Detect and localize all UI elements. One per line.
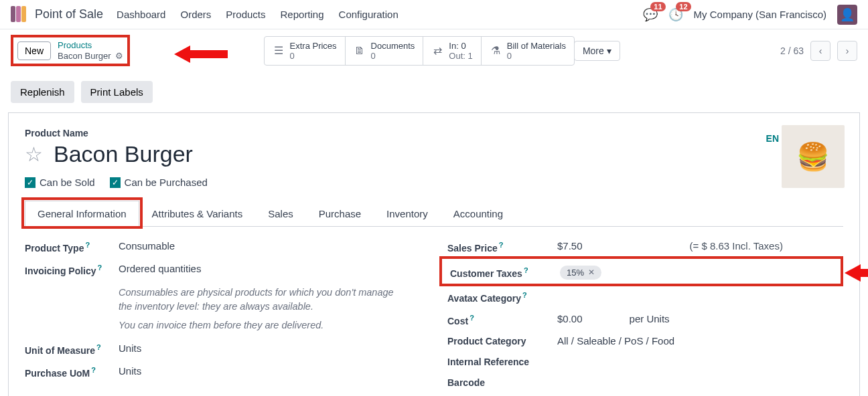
smart-bom[interactable]: ⚗ Bill of Materials0 [482,37,574,65]
label-internal-reference: Internal Reference [447,356,557,367]
tab-general-information[interactable]: General Information [25,201,139,227]
list-icon: ☰ [273,44,285,57]
value-product-category[interactable]: All / Saleable / PoS / Food [557,335,843,346]
smart-documents[interactable]: 🗎 Documents0 [346,37,424,65]
activities-count-badge: 12 [676,2,691,11]
product-name[interactable]: Bacon Burger [54,141,193,167]
label-uom: Unit of Measure? [25,342,119,356]
label-avatax: Avatax Category? [447,290,557,304]
company-selector[interactable]: My Company (San Francisco) [694,9,826,20]
annotation-arrow-breadcrumb [174,43,228,66]
transfer-icon: ⇄ [431,44,443,57]
app-name[interactable]: Point of Sale [35,7,103,21]
annotation-box-taxes: Customer Taxes? 15%✕ [439,256,843,286]
value-invoicing-policy[interactable]: Ordered quantities [119,263,421,274]
label-product-category: Product Category [447,335,557,346]
breadcrumb-current: Bacon Burger [58,51,111,62]
new-button[interactable]: New [17,41,51,60]
tax-tag[interactable]: 15%✕ [560,266,601,280]
activities-icon[interactable]: 🕓 12 [668,7,683,22]
file-icon: 🗎 [354,45,366,57]
product-image[interactable]: 🍔 [782,125,845,188]
chevron-down-icon: ▾ [607,45,611,56]
value-product-type[interactable]: Consumable [119,240,421,252]
messages-count-badge: 11 [650,2,665,11]
smart-buttons: ☰ Extra Prices0 🗎 Documents0 ⇄ In: 0 Out… [264,36,575,66]
incl-taxes-text: (= $ 8.63 Incl. Taxes) [690,240,783,252]
label-sales-price: Sales Price? [447,240,557,254]
pager-text: 2 / 63 [780,45,804,56]
can-be-sold-checkbox[interactable]: ✓Can be Sold [25,177,95,188]
svg-marker-0 [174,45,228,63]
user-avatar[interactable]: 👤 [837,5,857,25]
gear-icon[interactable]: ⚙ [115,51,123,62]
tab-attributes-variants[interactable]: Attributes & Variants [139,201,256,227]
remove-tag-icon[interactable]: ✕ [588,268,595,277]
value-customer-taxes[interactable]: 15%✕ [560,266,833,280]
value-purchase-uom[interactable]: Units [119,365,421,377]
pager-next[interactable]: › [837,41,857,61]
product-name-label: Product Name [25,128,843,138]
value-cost[interactable]: $0.00per Units [557,313,843,324]
tab-sales[interactable]: Sales [255,201,306,227]
app-logo[interactable] [11,6,28,23]
replenish-button[interactable]: Replenish [11,81,74,103]
can-be-purchased-checkbox[interactable]: ✓Can be Purchased [110,177,208,188]
favorite-star-icon[interactable]: ☆ [25,142,43,166]
label-product-type: Product Type? [25,240,119,254]
value-uom[interactable]: Units [119,342,421,354]
label-cost: Cost? [447,313,557,326]
value-sales-price[interactable]: $7.50(= $ 8.63 Incl. Taxes) [557,240,843,252]
nav-products[interactable]: Products [226,9,265,20]
smart-in-out[interactable]: ⇄ In: 0 Out: 1 [423,37,481,65]
pager-prev[interactable]: ‹ [810,41,830,61]
language-badge[interactable]: EN [766,133,779,144]
tab-inventory[interactable]: Inventory [374,201,441,227]
flask-icon: ⚗ [490,44,502,57]
nav-reporting[interactable]: Reporting [281,9,324,20]
messages-icon[interactable]: 💬 11 [643,7,658,22]
nav-configuration[interactable]: Configuration [339,9,399,20]
smart-extra-prices[interactable]: ☰ Extra Prices0 [265,37,346,65]
annotation-arrow-taxes [845,262,868,284]
help-consumable: Consumables are physical products for wh… [119,286,407,315]
breadcrumb-highlight: New Products Bacon Burger ⚙ [11,35,130,66]
more-button[interactable]: More ▾ [574,41,620,61]
breadcrumb-parent[interactable]: Products [58,40,123,51]
tab-accounting[interactable]: Accounting [441,201,516,227]
nav-dashboard[interactable]: Dashboard [117,9,165,20]
nav-orders[interactable]: Orders [180,9,211,20]
tab-purchase[interactable]: Purchase [306,201,374,227]
label-purchase-uom: Purchase UoM? [25,365,119,379]
label-invoicing-policy: Invoicing Policy? [25,263,119,276]
label-customer-taxes: Customer Taxes? [450,266,560,279]
svg-marker-1 [845,264,868,282]
label-barcode: Barcode [447,377,557,388]
cost-per-unit: per Units [630,313,670,324]
help-invoice: You can invoice them before they are del… [119,320,421,330]
print-labels-button[interactable]: Print Labels [81,81,153,103]
